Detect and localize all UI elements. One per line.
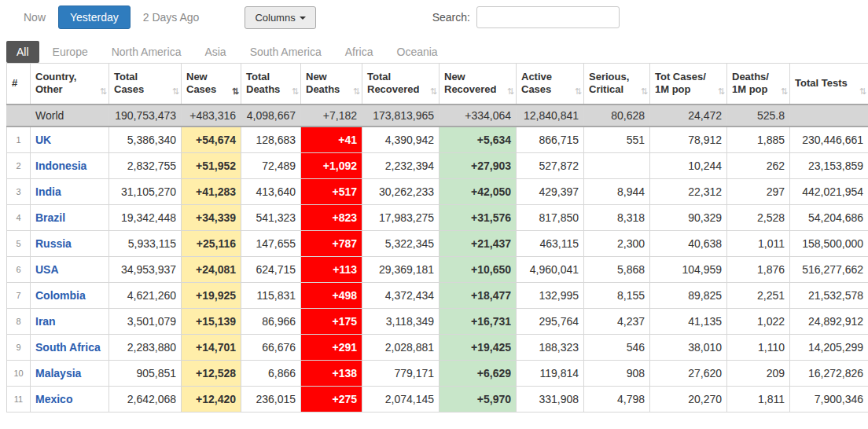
country-cell: Indonesia bbox=[31, 152, 109, 178]
country-link[interactable]: Russia bbox=[35, 237, 72, 250]
column-header[interactable]: Active Cases⇅ bbox=[517, 64, 584, 104]
country-link[interactable]: Malaysia bbox=[35, 367, 81, 380]
country-link[interactable]: Colombia bbox=[35, 289, 86, 302]
data-cell: 5,322,345 bbox=[362, 230, 440, 256]
data-cell: 20,270 bbox=[650, 386, 727, 412]
country-cell: India bbox=[31, 178, 109, 204]
tab-africa[interactable]: Africa bbox=[335, 41, 384, 63]
country-cell: South Africa bbox=[31, 334, 109, 360]
country-link[interactable]: South Africa bbox=[35, 341, 101, 354]
data-cell: 147,655 bbox=[241, 230, 301, 256]
sort-icon: ⇅ bbox=[641, 86, 648, 97]
data-cell: 12,840,841 bbox=[517, 104, 584, 126]
table-row: 5Russia5,933,115+25,116147,655+7875,322,… bbox=[7, 230, 868, 256]
now-button[interactable]: Now bbox=[16, 7, 53, 28]
tab-asia[interactable]: Asia bbox=[194, 41, 236, 63]
data-cell: 4,390,942 bbox=[362, 126, 440, 153]
rank-cell: 8 bbox=[7, 308, 31, 334]
yesterday-button[interactable]: Yesterday bbox=[58, 6, 131, 29]
data-cell: +25,116 bbox=[182, 230, 241, 256]
data-cell: 54,204,686 bbox=[790, 204, 868, 230]
column-header[interactable]: Total Tests⇅ bbox=[790, 64, 868, 104]
data-cell: 4,237 bbox=[584, 308, 650, 334]
sort-icon: ⇅ bbox=[172, 86, 179, 97]
rank-cell: 7 bbox=[7, 282, 31, 308]
data-cell: 5,386,340 bbox=[109, 126, 182, 153]
country-link[interactable]: Mexico bbox=[35, 393, 72, 405]
data-cell: 19,342,448 bbox=[109, 204, 182, 230]
column-header-label: Tot Cases/ 1M pop bbox=[655, 71, 706, 95]
data-cell: +10,650 bbox=[440, 256, 517, 282]
rank-cell: 6 bbox=[7, 256, 31, 282]
column-header-label: Serious, Critical bbox=[589, 71, 629, 95]
country-link[interactable]: India bbox=[35, 185, 61, 198]
data-cell: +19,925 bbox=[182, 282, 241, 308]
rank-cell: 10 bbox=[7, 360, 31, 386]
data-cell: +138 bbox=[301, 360, 362, 386]
tab-south-america[interactable]: South America bbox=[240, 41, 332, 63]
table-body: World190,753,473+483,3164,098,667+7,1821… bbox=[7, 104, 868, 412]
column-header-rank[interactable]: # bbox=[7, 64, 31, 104]
column-header-label: New Recovered bbox=[444, 71, 496, 95]
country-link[interactable]: Iran bbox=[35, 315, 56, 328]
data-cell: 119,814 bbox=[517, 360, 584, 386]
data-cell: 72,489 bbox=[241, 152, 301, 178]
data-cell: 209 bbox=[727, 360, 790, 386]
column-header[interactable]: New Deaths⇅ bbox=[301, 64, 362, 104]
table-row: 11Mexico2,642,068+12,420236,015+2752,074… bbox=[7, 386, 868, 412]
search-area: Search: bbox=[432, 6, 620, 28]
column-header[interactable]: New Cases⇅ bbox=[182, 64, 241, 104]
data-cell: 4,960,041 bbox=[517, 256, 584, 282]
toolbar: Now Yesterday 2 Days Ago Columns Search: bbox=[0, 0, 868, 35]
rank-cell: 2 bbox=[7, 152, 31, 178]
continent-tabs: AllEuropeNorth AmericaAsiaSouth AmericaA… bbox=[0, 41, 868, 63]
data-cell: 779,171 bbox=[362, 360, 440, 386]
data-cell: 5,868 bbox=[584, 256, 650, 282]
column-header[interactable]: Tot Cases/ 1M pop⇅ bbox=[650, 64, 727, 104]
tab-oceania[interactable]: Oceania bbox=[387, 41, 448, 63]
country-link[interactable]: Indonesia bbox=[35, 160, 86, 172]
sort-icon: ⇅ bbox=[781, 86, 788, 97]
two-days-ago-button[interactable]: 2 Days Ago bbox=[135, 7, 208, 28]
data-cell: 8,944 bbox=[584, 178, 650, 204]
data-cell: 2,528 bbox=[727, 204, 790, 230]
data-cell: 31,105,270 bbox=[109, 178, 182, 204]
data-cell: 262 bbox=[727, 152, 790, 178]
tab-north-america[interactable]: North America bbox=[101, 41, 192, 63]
sort-icon: ⇅ bbox=[430, 86, 437, 97]
column-header[interactable]: Total Deaths⇅ bbox=[241, 64, 301, 104]
columns-dropdown-button[interactable]: Columns bbox=[245, 6, 315, 29]
column-header[interactable]: New Recovered⇅ bbox=[440, 64, 517, 104]
sort-icon: ⇅ bbox=[575, 86, 582, 97]
country-link[interactable]: UK bbox=[35, 134, 51, 146]
data-cell: 132,995 bbox=[517, 282, 584, 308]
table-header-row: #Country, Other⇅Total Cases⇅New Cases⇅To… bbox=[7, 64, 868, 104]
column-header[interactable]: Serious, Critical⇅ bbox=[584, 64, 650, 104]
data-cell: 22,312 bbox=[650, 178, 727, 204]
data-cell: 188,323 bbox=[517, 334, 584, 360]
data-cell: 104,959 bbox=[650, 256, 727, 282]
country-link[interactable]: USA bbox=[35, 263, 59, 276]
column-header[interactable]: Country, Other⇅ bbox=[31, 64, 109, 104]
data-cell bbox=[584, 152, 650, 178]
country-link[interactable]: Brazil bbox=[35, 211, 65, 224]
data-cell: 5,933,115 bbox=[109, 230, 182, 256]
column-header[interactable]: Total Recovered⇅ bbox=[362, 64, 440, 104]
data-cell: 2,232,394 bbox=[362, 152, 440, 178]
column-header[interactable]: Deaths/ 1M pop⇅ bbox=[727, 64, 790, 104]
data-cell: 516,277,662 bbox=[790, 256, 868, 282]
country-cell: Russia bbox=[31, 230, 109, 256]
column-header-label: Total Deaths bbox=[246, 71, 280, 95]
data-cell: +291 bbox=[301, 334, 362, 360]
data-cell: 525.8 bbox=[727, 104, 790, 126]
tab-all[interactable]: All bbox=[6, 41, 39, 63]
data-cell: 297 bbox=[727, 178, 790, 204]
data-cell: +12,420 bbox=[182, 386, 241, 412]
data-cell: 236,015 bbox=[241, 386, 301, 412]
column-header[interactable]: Total Cases⇅ bbox=[109, 64, 182, 104]
data-cell: 413,640 bbox=[241, 178, 301, 204]
data-cell: +31,576 bbox=[440, 204, 517, 230]
data-cell: +175 bbox=[301, 308, 362, 334]
search-input[interactable] bbox=[476, 6, 620, 28]
tab-europe[interactable]: Europe bbox=[42, 41, 98, 63]
